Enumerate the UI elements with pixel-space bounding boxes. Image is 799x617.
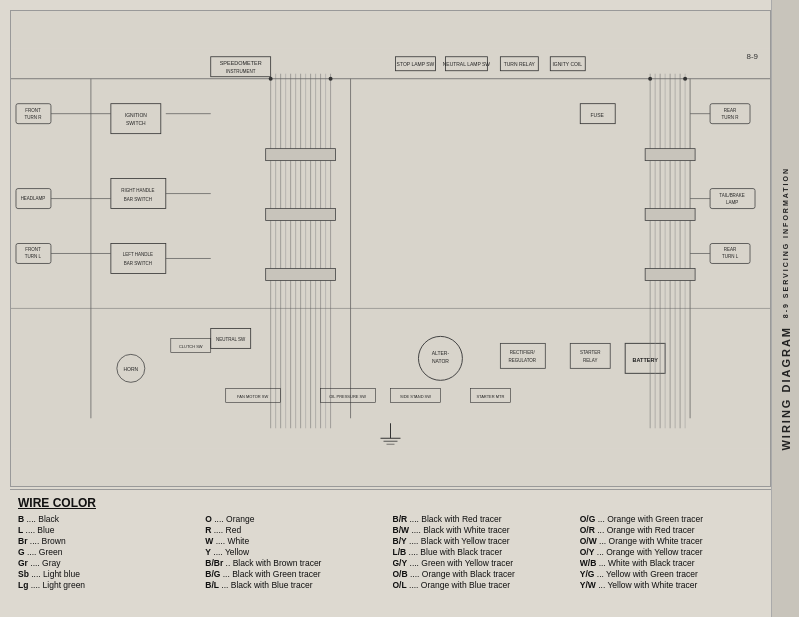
svg-text:8-9: 8-9	[746, 52, 758, 61]
svg-text:FRONT: FRONT	[25, 108, 41, 113]
wire-color-grid: B .... Black L .... Blue Br .... Brown G…	[18, 514, 763, 599]
wire-col-2: O .... Orange R .... Red W .... White Y …	[205, 514, 388, 591]
wire-item: G .... Green	[18, 547, 201, 558]
svg-text:REAR: REAR	[724, 108, 737, 113]
wire-item: B/L ... Black with Blue tracer	[205, 580, 388, 591]
wire-item: Lg .... Light green	[18, 580, 201, 591]
svg-text:HORN: HORN	[123, 366, 138, 372]
sidebar-section-label: 8-9 SERVICING INFORMATION	[782, 167, 789, 318]
svg-text:RELAY: RELAY	[583, 358, 597, 363]
svg-text:RECTIFIER/: RECTIFIER/	[510, 350, 536, 355]
wire-item: L .... Blue	[18, 525, 201, 536]
svg-text:RIGHT HANDLE: RIGHT HANDLE	[121, 188, 154, 193]
svg-text:LEFT HANDLE: LEFT HANDLE	[123, 252, 153, 257]
svg-text:NATOR: NATOR	[432, 358, 449, 364]
svg-text:REGULATOR: REGULATOR	[509, 358, 537, 363]
svg-text:LAMP: LAMP	[726, 200, 738, 205]
svg-text:SWITCH: SWITCH	[126, 120, 146, 126]
wiring-diagram-area: 8-9 SPEEDOMETER INSTRUMENT STOP LAMP SW …	[10, 10, 771, 487]
wire-color-title: WIRE COLOR	[18, 496, 763, 510]
svg-text:SPEEDOMETER: SPEEDOMETER	[220, 60, 262, 66]
wire-item: R .... Red	[205, 525, 388, 536]
svg-text:REAR: REAR	[724, 247, 737, 252]
wire-item: O/R ... Orange with Red tracer	[580, 525, 763, 536]
wire-col-1: B .... Black L .... Blue Br .... Brown G…	[18, 514, 201, 591]
svg-text:OIL PRESSURE SW: OIL PRESSURE SW	[329, 394, 366, 399]
page-container: 8-9 SPEEDOMETER INSTRUMENT STOP LAMP SW …	[0, 0, 799, 617]
svg-text:SIDE STAND SW: SIDE STAND SW	[400, 394, 431, 399]
svg-point-112	[329, 77, 333, 81]
svg-rect-87	[266, 209, 336, 221]
wire-item: Y/W ... Yellow with White tracer	[580, 580, 763, 591]
svg-rect-110	[645, 268, 695, 280]
svg-point-111	[269, 77, 273, 81]
svg-rect-108	[645, 149, 695, 161]
wire-item: B/G ... Black with Green tracer	[205, 569, 388, 580]
wire-col-3: B/R .... Black with Red tracer B/W .... …	[393, 514, 576, 591]
sidebar-diagram-title: WIRING DIAGRAM	[780, 326, 792, 451]
sidebar-right: 8-9 SERVICING INFORMATION WIRING DIAGRAM	[771, 0, 799, 617]
wire-item: Sb .... Light blue	[18, 569, 201, 580]
wire-item: W/B ... White with Black tracer	[580, 558, 763, 569]
svg-rect-86	[266, 149, 336, 161]
wire-col-4: O/G ... Orange with Green tracer O/R ...…	[580, 514, 763, 591]
wire-item: B/Y .... Black with Yellow tracer	[393, 536, 576, 547]
svg-text:TURN L: TURN L	[722, 254, 739, 259]
wire-item: O/Y ... Orange with Yellow tracer	[580, 547, 763, 558]
main-content: 8-9 SPEEDOMETER INSTRUMENT STOP LAMP SW …	[0, 0, 771, 617]
wire-item: O/B .... Orange with Black tracer	[393, 569, 576, 580]
wire-item: B .... Black	[18, 514, 201, 525]
svg-text:HEADLAMP: HEADLAMP	[21, 196, 46, 201]
svg-text:TURN RELAY: TURN RELAY	[504, 61, 536, 67]
svg-rect-88	[266, 268, 336, 280]
svg-text:CLUTCH SW: CLUTCH SW	[179, 344, 203, 349]
wire-color-section: WIRE COLOR B .... Black L .... Blue Br .…	[10, 489, 771, 617]
svg-text:BAR SWITCH: BAR SWITCH	[124, 261, 152, 266]
svg-text:INSTRUMENT: INSTRUMENT	[226, 69, 256, 74]
svg-text:BAR SWITCH: BAR SWITCH	[124, 197, 152, 202]
wire-item: L/B .... Blue with Black tracer	[393, 547, 576, 558]
svg-text:STOP LAMP SW: STOP LAMP SW	[397, 61, 435, 67]
svg-text:STARTER: STARTER	[580, 350, 601, 355]
wire-item: O/W ... Orange with White tracer	[580, 536, 763, 547]
svg-text:FRONT: FRONT	[25, 247, 41, 252]
svg-text:TURN R: TURN R	[722, 115, 740, 120]
svg-text:IGNITION: IGNITION	[125, 112, 148, 118]
wire-item: Y .... Yellow	[205, 547, 388, 558]
wire-item: Y/G ... Yellow with Green tracer	[580, 569, 763, 580]
wire-item: W .... White	[205, 536, 388, 547]
svg-text:FAN MOTOR SW: FAN MOTOR SW	[237, 394, 268, 399]
wire-item: Br .... Brown	[18, 536, 201, 547]
svg-text:IGNITY COIL: IGNITY COIL	[552, 61, 582, 67]
wire-item: Gr .... Gray	[18, 558, 201, 569]
svg-text:NEUTRAL LAMP SW: NEUTRAL LAMP SW	[443, 61, 491, 67]
svg-text:ALTER-: ALTER-	[432, 350, 450, 356]
svg-text:STARTER MTR: STARTER MTR	[476, 394, 504, 399]
wire-item: G/Y .... Green with Yellow tracer	[393, 558, 576, 569]
svg-text:FUSE: FUSE	[591, 112, 605, 118]
wire-item: B/R .... Black with Red tracer	[393, 514, 576, 525]
wire-item: O/G ... Orange with Green tracer	[580, 514, 763, 525]
svg-text:TURN L: TURN L	[25, 254, 42, 259]
svg-text:BATTERY: BATTERY	[633, 357, 659, 363]
svg-text:TURN R: TURN R	[24, 115, 42, 120]
svg-text:NEUTRAL SW: NEUTRAL SW	[216, 337, 246, 342]
svg-rect-109	[645, 209, 695, 221]
wire-item: B/W .... Black with White tracer	[393, 525, 576, 536]
svg-point-113	[648, 77, 652, 81]
svg-point-114	[683, 77, 687, 81]
wire-item: B/Br .. Black with Brown tracer	[205, 558, 388, 569]
svg-text:TAIL/BRAKE: TAIL/BRAKE	[719, 193, 745, 198]
wire-item: O .... Orange	[205, 514, 388, 525]
wire-item: O/L .... Orange with Blue tracer	[393, 580, 576, 591]
